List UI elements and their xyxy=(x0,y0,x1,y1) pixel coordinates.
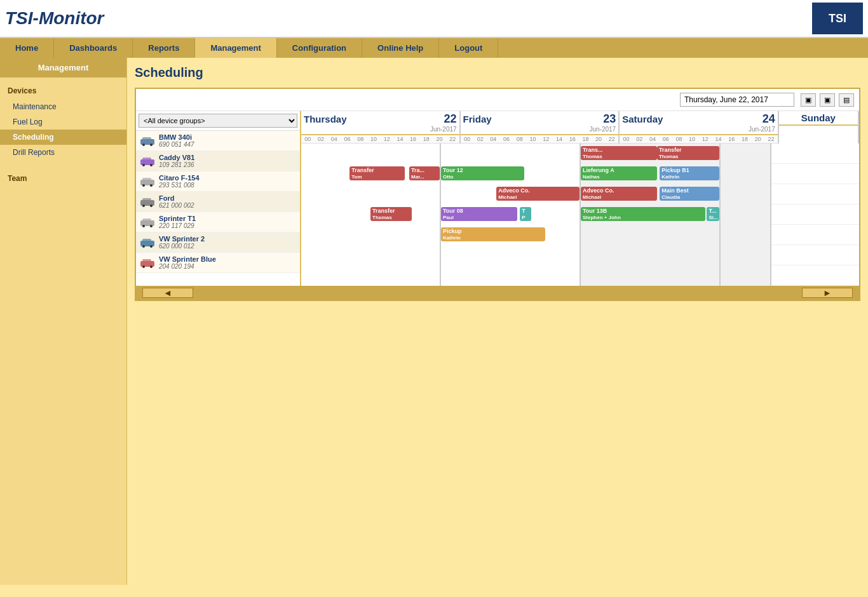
event-sublabel: Mar... xyxy=(411,174,438,180)
vehicle-filter: <All device groups> xyxy=(136,111,300,131)
device-group-select[interactable]: <All device groups> xyxy=(139,114,297,128)
cal-cell[interactable]: TransferTomTra...Mar... xyxy=(301,164,441,184)
cal-cell[interactable]: Trans...ThomasTransferThomas xyxy=(581,144,721,164)
vehicle-row[interactable]: BMW 340i690 051 447 xyxy=(136,131,300,151)
scroll-right-btn[interactable]: ► xyxy=(802,288,853,298)
calendar-event[interactable]: Trans...Thomas xyxy=(581,146,657,160)
svg-point-19 xyxy=(150,225,153,227)
vehicle-row[interactable]: Citaro F-154293 531 008 xyxy=(136,171,300,192)
cal-cell[interactable] xyxy=(301,225,441,245)
vehicle-row[interactable]: Caddy V81109 281 236 xyxy=(136,151,300,171)
hour-label: 14 xyxy=(393,136,407,142)
nav-item-configuration[interactable]: Configuration xyxy=(277,38,362,58)
vehicle-row[interactable]: Sprinter T1220 117 029 xyxy=(136,212,300,232)
calendar-event[interactable]: TransferTom xyxy=(349,166,405,180)
sidebar-item-drill-reports[interactable]: Drill Reports xyxy=(0,145,126,160)
nav-item-logout[interactable]: Logout xyxy=(439,38,498,58)
calendar-event[interactable]: Tour 13BStephen + John xyxy=(581,207,705,221)
vehicle-info: Ford621 000 002 xyxy=(159,194,194,209)
cal-cell[interactable] xyxy=(581,225,721,245)
event-sublabel: Tom xyxy=(351,174,403,180)
calendar-event[interactable]: T...Si... xyxy=(707,207,719,221)
hour-label: 00 xyxy=(461,136,474,142)
svg-point-26 xyxy=(142,265,145,268)
cal-cell[interactable]: Tour 12Otto xyxy=(441,164,581,184)
cal-cell[interactable] xyxy=(581,265,721,286)
calendar-event[interactable]: TransferThomas xyxy=(370,207,412,221)
cal-cell[interactable]: Tour 13BStephen + JohnT...Si... xyxy=(581,205,721,225)
calendar-event[interactable]: TransferThomas xyxy=(657,146,719,160)
scroll-left-btn[interactable]: ◄ xyxy=(142,288,193,298)
nav-item-management[interactable]: Management xyxy=(195,38,276,58)
calendar-event[interactable]: Tour 12Otto xyxy=(441,166,524,180)
sidebar-item-scheduling[interactable]: Scheduling xyxy=(0,130,126,145)
vehicle-row[interactable]: VW Sprinter 2620 000 012 xyxy=(136,232,300,253)
cal-cell[interactable] xyxy=(721,184,771,205)
cal-cell[interactable] xyxy=(301,265,441,286)
scheduling-toolbar: ▣ ▣ ▤ xyxy=(136,89,859,111)
cal-cell[interactable] xyxy=(441,245,581,265)
hour-label: 06 xyxy=(341,136,354,142)
cal-btn-3[interactable]: ▤ xyxy=(839,93,854,107)
hour-label: 20 xyxy=(751,136,764,142)
vehicle-name: Sprinter T1 xyxy=(159,215,196,222)
calendar-event[interactable]: Pickup B1Kathrin xyxy=(660,166,719,180)
calendar-event[interactable]: PickupKathrin xyxy=(441,227,545,241)
header: TSI-Monitor TSI xyxy=(0,0,868,38)
vehicle-icon-caddy xyxy=(140,156,155,166)
cal-cell[interactable] xyxy=(721,265,771,286)
calendar-event[interactable]: Tra...Mar... xyxy=(409,166,440,180)
hour-label: 20 xyxy=(592,136,606,142)
svg-rect-5 xyxy=(142,158,151,162)
cal-cell[interactable] xyxy=(581,245,721,265)
day-column-friday: Friday 23 Jun-2017 000204060810121416182… xyxy=(461,111,620,144)
calendar-event[interactable]: Tour 08Paul xyxy=(441,207,517,221)
cal-cell[interactable] xyxy=(301,144,441,164)
vehicle-info: Citaro F-154293 531 008 xyxy=(159,174,200,189)
event-sublabel: Nathas xyxy=(583,174,655,180)
event-sublabel: Thomas xyxy=(583,154,655,160)
day-column-saturday: Saturday 24 Jun-2017 0002040608101214161… xyxy=(620,111,779,144)
nav-item-reports[interactable]: Reports xyxy=(133,38,195,58)
vehicle-row[interactable]: Ford621 000 002 xyxy=(136,192,300,212)
calendar-event[interactable]: Lieferung ANathas xyxy=(581,166,657,180)
vehicle-row[interactable]: VW Sprinter Blue204 020 194 xyxy=(136,253,300,273)
calendar-event[interactable]: Main BestClaudia xyxy=(660,187,719,201)
svg-point-2 xyxy=(142,144,145,146)
vehicle-name: Citaro F-154 xyxy=(159,174,200,182)
cal-cell[interactable] xyxy=(721,164,771,184)
cal-cell[interactable] xyxy=(721,144,771,164)
sidebar-item-fuel-log[interactable]: Fuel Log xyxy=(0,114,126,130)
cal-btn-1[interactable]: ▣ xyxy=(801,93,816,107)
cal-cell[interactable] xyxy=(441,265,581,286)
sidebar-item-maintenance[interactable]: Maintenance xyxy=(0,99,126,114)
cal-cell[interactable]: Adveco Co.Michael xyxy=(441,184,581,205)
calendar-event[interactable]: Adveco Co.Michael xyxy=(581,187,657,201)
date-input[interactable] xyxy=(680,93,794,107)
day-num: 23 xyxy=(603,112,616,126)
cal-cell[interactable]: TransferThomas xyxy=(301,205,441,225)
cal-cell[interactable]: PickupKathrin xyxy=(441,225,581,245)
event-label: Main Best xyxy=(661,187,717,194)
nav-item-online-help[interactable]: Online Help xyxy=(362,38,439,58)
cal-cell[interactable] xyxy=(441,144,581,164)
cal-cell[interactable] xyxy=(301,245,441,265)
vehicle-name: Ford xyxy=(159,194,194,202)
calendar-event[interactable]: Adveco Co.Michael xyxy=(496,187,580,201)
cal-cell[interactable] xyxy=(721,205,771,225)
cal-cell[interactable]: Tour 08PaulTP xyxy=(441,205,581,225)
event-sublabel: Paul xyxy=(443,215,515,221)
cal-btn-2[interactable]: ▣ xyxy=(820,93,835,107)
hour-label: 02 xyxy=(473,136,487,142)
vehicle-icon-ford xyxy=(140,197,155,207)
nav-item-dashboards[interactable]: Dashboards xyxy=(54,38,133,58)
cal-cell[interactable]: Adveco Co.MichaelMain BestClaudia xyxy=(581,184,721,205)
nav-item-home[interactable]: Home xyxy=(0,38,54,58)
cal-cell[interactable] xyxy=(721,225,771,245)
hour-label: 10 xyxy=(686,136,699,142)
calendar-event[interactable]: TP xyxy=(520,207,531,221)
cal-cell[interactable]: Lieferung ANathasPickup B1Kathrin xyxy=(581,164,721,184)
cal-cell[interactable] xyxy=(721,245,771,265)
scheduling-area: ▣ ▣ ▤ <All device groups> BMW 340i690 05… xyxy=(135,88,860,301)
cal-cell[interactable] xyxy=(301,184,441,205)
